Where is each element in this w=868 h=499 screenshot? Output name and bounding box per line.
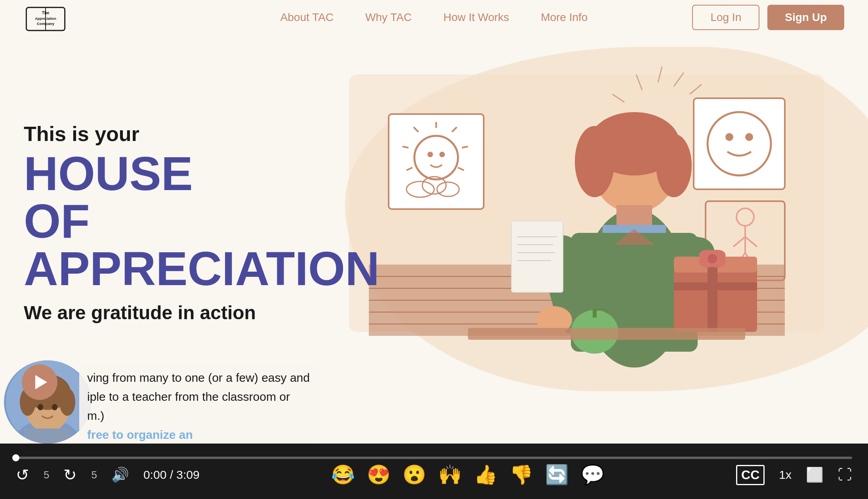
- svg-point-46: [656, 134, 692, 197]
- forward-button[interactable]: ↻: [63, 466, 77, 484]
- logo[interactable]: The Appreciation Company: [24, 4, 67, 31]
- progress-dot: [12, 454, 19, 461]
- svg-point-65: [708, 254, 717, 263]
- play-button-area: [22, 364, 57, 400]
- svg-point-75: [59, 388, 75, 416]
- video-text-line2: iple to a teacher from the classroom or: [87, 387, 310, 406]
- svg-rect-12: [389, 114, 484, 209]
- time-current: 0:00: [143, 468, 166, 481]
- cc-button[interactable]: CC: [736, 465, 765, 485]
- svg-text:Company: Company: [37, 21, 55, 26]
- video-controls-bar: ↺ 5 ↻ 5 🔊 0:00 / 3:09 😂 😍 😮 🙌 👍 👎 🔄 💬 CC: [0, 444, 868, 499]
- svg-point-28: [725, 133, 733, 141]
- time-separator: /: [170, 468, 177, 481]
- video-overlay: ving from many to one (or a few) easy an…: [0, 356, 868, 444]
- svg-rect-78: [24, 429, 71, 444]
- controls-right: CC 1x ⬜ ⛶: [736, 465, 852, 485]
- logo-icon: The Appreciation Company: [24, 4, 67, 31]
- video-text-blue: free to organize an: [87, 425, 310, 444]
- nav-how-it-works[interactable]: How It Works: [443, 11, 509, 24]
- svg-point-29: [745, 133, 753, 141]
- progress-bar[interactable]: [16, 457, 852, 459]
- video-text: ving from many to one (or a few) easy an…: [79, 364, 868, 448]
- nav-about-tac[interactable]: About TAC: [280, 11, 334, 24]
- theater-button[interactable]: ⬜: [806, 467, 824, 483]
- svg-point-77: [52, 404, 57, 410]
- video-text-line1: ving from many to one (or a few) easy an…: [87, 368, 310, 387]
- controls-left: ↺ 5 ↻ 5 🔊 0:00 / 3:09: [16, 466, 200, 484]
- hero-text-block: This is your HOUSE OF APPRECIATION We ar…: [24, 122, 261, 339]
- signup-button[interactable]: Sign Up: [767, 5, 844, 30]
- login-button[interactable]: Log In: [692, 5, 759, 30]
- svg-text:The: The: [42, 10, 49, 15]
- time-total: 3:09: [176, 468, 199, 481]
- svg-rect-68: [468, 328, 745, 340]
- hero-title-line2: APPRECIATION: [24, 245, 261, 292]
- rewind-button[interactable]: ↺: [16, 466, 29, 484]
- svg-rect-62: [674, 282, 757, 290]
- emoji-sync[interactable]: 🔄: [545, 464, 569, 486]
- teacher-scene-svg: [309, 43, 844, 387]
- svg-rect-53: [511, 221, 563, 292]
- nav-actions: Log In Sign Up: [692, 5, 844, 30]
- hero-subtitle: This is your: [24, 122, 261, 146]
- nav-why-tac[interactable]: Why TAC: [365, 11, 412, 24]
- fullscreen-button[interactable]: ⛶: [838, 467, 852, 483]
- controls-center: 😂 😍 😮 🙌 👍 👎 🔄 💬: [331, 464, 605, 486]
- svg-rect-61: [708, 257, 717, 332]
- svg-point-45: [575, 126, 614, 197]
- play-button[interactable]: [22, 364, 57, 400]
- navbar: The Appreciation Company About TAC Why T…: [0, 0, 868, 35]
- play-triangle: [35, 375, 47, 389]
- emoji-thumbsup[interactable]: 👍: [474, 464, 498, 486]
- nav-more-info[interactable]: More Info: [541, 11, 588, 24]
- svg-point-15: [439, 152, 445, 157]
- emoji-wow[interactable]: 😮: [403, 464, 426, 486]
- emoji-love[interactable]: 😍: [367, 464, 391, 486]
- nav-links: About TAC Why TAC How It Works More Info: [280, 11, 588, 24]
- hero-title-line1: HOUSE OF: [24, 150, 261, 245]
- speed-button[interactable]: 1x: [779, 468, 792, 482]
- emoji-thumbsdown[interactable]: 👎: [509, 464, 533, 486]
- emoji-clap[interactable]: 🙌: [438, 464, 462, 486]
- svg-text:Appreciation: Appreciation: [35, 17, 56, 21]
- volume-button[interactable]: 🔊: [111, 467, 129, 483]
- forward-label: 5: [91, 469, 97, 481]
- rewind-label: 5: [44, 469, 49, 481]
- svg-point-14: [427, 152, 433, 157]
- video-text-line3: m.): [87, 406, 310, 425]
- emoji-chat[interactable]: 💬: [581, 464, 605, 486]
- svg-point-76: [38, 404, 43, 410]
- hero-illustration: [309, 43, 844, 387]
- controls-row: ↺ 5 ↻ 5 🔊 0:00 / 3:09 😂 😍 😮 🙌 👍 👎 🔄 💬 CC: [16, 464, 852, 486]
- emoji-laugh[interactable]: 😂: [331, 464, 355, 486]
- hero-title: HOUSE OF APPRECIATION: [24, 150, 261, 292]
- hero-tagline: We are gratitude in action: [24, 302, 261, 324]
- time-display: 0:00 / 3:09: [143, 468, 200, 482]
